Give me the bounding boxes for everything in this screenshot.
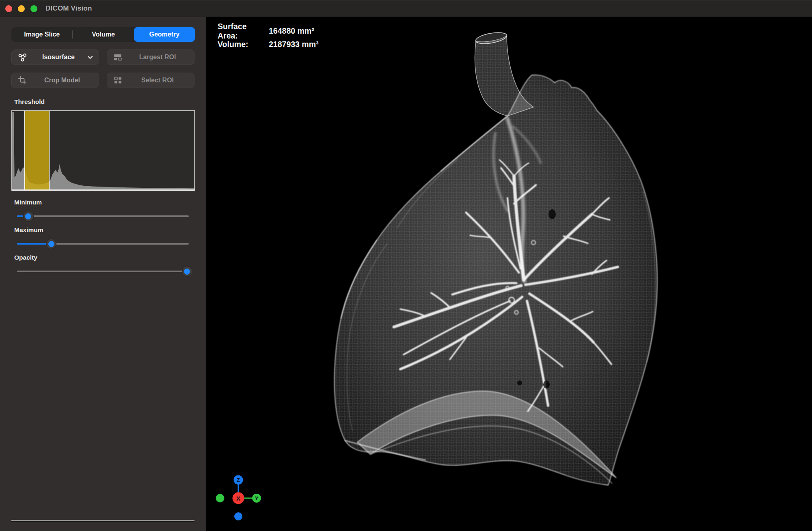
largest-roi-button[interactable]: Largest ROI xyxy=(107,49,194,65)
tab-image-slice[interactable]: Image Slice xyxy=(11,27,72,42)
window-titlebar[interactable]: DICOM Vision xyxy=(0,0,812,17)
svg-text:Y: Y xyxy=(255,495,259,501)
model-stats: Surface Area: 164880 mm² Volume: 2187933… xyxy=(218,24,319,51)
svg-text:Z: Z xyxy=(237,477,240,483)
crop-model-button[interactable]: Crop Model xyxy=(11,73,99,88)
minimum-slider[interactable] xyxy=(17,211,189,221)
traffic-lights xyxy=(5,5,37,12)
surface-area-row: Surface Area: 164880 mm² xyxy=(218,24,319,38)
maximum-slider-thumb[interactable] xyxy=(46,239,56,249)
sidebar: Image Slice Volume Geometry Isosurface xyxy=(0,17,206,531)
zoom-button[interactable] xyxy=(30,5,37,12)
threshold-label: Threshold xyxy=(14,98,45,105)
volume-row: Volume: 2187933 mm³ xyxy=(218,38,319,51)
isosurface-dropdown[interactable]: Isosurface xyxy=(11,49,99,65)
window-title: DICOM Vision xyxy=(45,0,92,17)
view-mode-tabs: Image Slice Volume Geometry xyxy=(11,27,195,42)
x-axis-node[interactable]: X xyxy=(233,492,244,504)
volume-value: 2187933 mm³ xyxy=(269,40,319,49)
opacity-slider[interactable] xyxy=(17,266,189,277)
surface-area-label: Surface Area: xyxy=(218,22,269,41)
roi-rows-icon xyxy=(113,53,123,61)
surface-area-value: 164880 mm² xyxy=(269,26,314,36)
select-roi-button[interactable]: Select ROI xyxy=(107,73,194,88)
select-roi-label: Select ROI xyxy=(127,77,188,84)
minimum-slider-track[interactable] xyxy=(17,215,189,217)
y-negative-axis-node[interactable] xyxy=(216,494,225,503)
lung-mesh-model[interactable] xyxy=(206,17,812,531)
chevron-down-icon xyxy=(87,56,93,59)
tab-volume[interactable]: Volume xyxy=(73,27,134,42)
isosurface-label: Isosurface xyxy=(31,54,86,61)
opacity-slider-thumb[interactable] xyxy=(182,266,192,277)
threshold-selection-band[interactable] xyxy=(25,111,49,190)
opacity-slider-track[interactable] xyxy=(17,271,189,272)
z-negative-axis-node[interactable] xyxy=(234,512,242,520)
volume-label: Volume: xyxy=(218,40,269,49)
app-window: DICOM Vision Image Slice Volume Geometry… xyxy=(0,0,812,531)
render-viewport[interactable]: Surface Area: 164880 mm² Volume: 2187933… xyxy=(206,17,812,531)
minimum-slider-thumb[interactable] xyxy=(23,211,34,221)
svg-text:X: X xyxy=(236,495,240,502)
opacity-label: Opacity xyxy=(14,254,37,261)
threshold-histogram[interactable] xyxy=(11,110,195,191)
crop-model-label: Crop Model xyxy=(31,77,93,84)
orientation-axes-widget[interactable]: Z Y X xyxy=(210,466,271,527)
maximum-slider[interactable] xyxy=(17,239,189,249)
roi-grid-icon xyxy=(113,76,123,84)
sidebar-horizontal-scrollbar[interactable] xyxy=(11,520,194,521)
largest-roi-label: Largest ROI xyxy=(127,54,188,61)
close-button[interactable] xyxy=(5,5,12,12)
maximum-label: Maximum xyxy=(14,226,43,234)
crop-icon xyxy=(17,76,27,85)
y-axis-node[interactable]: Y xyxy=(252,494,261,503)
minimum-label: Minimum xyxy=(14,199,42,206)
isosurface-icon xyxy=(17,53,27,62)
z-axis-node[interactable]: Z xyxy=(234,475,243,485)
minimize-button[interactable] xyxy=(18,5,25,12)
tab-geometry[interactable]: Geometry xyxy=(134,27,195,42)
